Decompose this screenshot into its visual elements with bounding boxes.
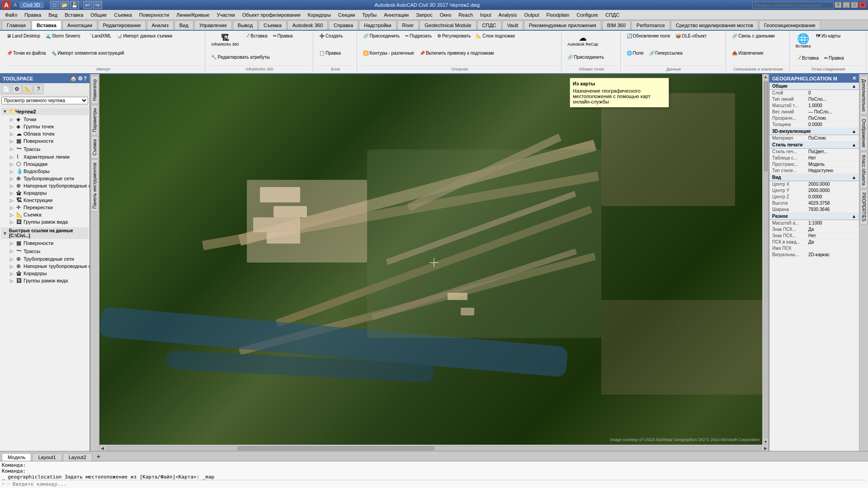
btn-infraworks[interactable]: 🏗 InfraWorks 360 xyxy=(209,33,241,48)
btn-attach-ref[interactable]: 🔗 Присоединить xyxy=(361,33,402,39)
add-layout-btn[interactable]: + xyxy=(93,452,104,461)
save-btn[interactable]: 💾 xyxy=(70,1,79,9)
tree-node-corridors[interactable]: ▷ 🛣 Коридоры xyxy=(8,189,89,197)
btn-ole[interactable]: 📦 OLE-объект xyxy=(673,33,709,39)
maximize-btn[interactable]: □ xyxy=(851,2,858,8)
scroll-right-btn[interactable]: ▶ xyxy=(763,446,769,451)
btn-points-from-file[interactable]: 📌 Точки из файла xyxy=(5,50,48,56)
tab-vstavka[interactable]: Вставка xyxy=(32,20,61,30)
menu-survey[interactable]: Съемка xyxy=(111,11,135,19)
tab-layout1[interactable]: Layout1 xyxy=(32,453,61,461)
close-btn[interactable]: ✕ xyxy=(859,2,866,8)
props-section-print[interactable]: Стиль печати ▲ xyxy=(769,141,859,149)
tree-node-point-clouds[interactable]: ▷ ☁ Облака точек xyxy=(8,130,89,137)
tab-glavnaya[interactable]: Главная xyxy=(2,20,31,30)
menu-file[interactable]: Файл xyxy=(2,11,20,19)
btn-snap-ref[interactable]: 📌 Включить привязку к подложкам xyxy=(417,50,496,56)
menu-profile[interactable]: Объект профилирования xyxy=(239,11,304,19)
minimize-btn[interactable]: _ xyxy=(843,2,850,8)
scroll-down-btn[interactable]: ▼ xyxy=(762,439,769,445)
menu-annotations[interactable]: Аннотации xyxy=(381,11,412,19)
vert-tab-съемка[interactable]: Съемка xyxy=(91,136,99,159)
tab-help[interactable]: Справка xyxy=(329,20,358,30)
btn-recap[interactable]: ☁ Autodesk ReCap xyxy=(565,33,600,48)
tree-node-surfaces[interactable]: ▷ ▦ Поверхности xyxy=(8,137,89,145)
tree-node-survey[interactable]: ▷ 📐 Съемка xyxy=(8,211,89,218)
btn-layers-ref[interactable]: 📐 Слои подложки xyxy=(474,33,517,39)
btn-edit-loc[interactable]: ✏ Правка xyxy=(822,55,846,61)
tab-geopos[interactable]: Геопозиционирование xyxy=(759,20,821,30)
tree-node-viewframes[interactable]: ▷ 🖼 Группы рамок вида xyxy=(8,218,89,225)
ql-viewframes[interactable]: ▷ 🖼 Группы рамок вида xyxy=(8,277,89,284)
btn-insert-loc[interactable]: 📝 Вставка xyxy=(793,55,821,61)
right-tab-additional[interactable]: Дополнительно xyxy=(860,76,868,115)
ts-icon-drawing[interactable]: 📄 xyxy=(1,84,11,94)
btn-import-survey[interactable]: 📊 Импорт данных съемки xyxy=(114,33,175,39)
tab-a360[interactable]: Autodesk 360 xyxy=(288,20,328,30)
menu-pipes[interactable]: Трубы xyxy=(359,11,380,19)
btn-update-field[interactable]: 🔄 Обновление поля xyxy=(624,33,673,39)
btn-from-map[interactable]: 🗺 Из карты xyxy=(814,33,843,39)
ts-home-btn[interactable]: 🏠 xyxy=(70,75,77,82)
right-tab-properties[interactable]: PROPERTIES xyxy=(860,189,868,225)
menu-general[interactable]: Общие xyxy=(87,11,110,19)
btn-stormsewers[interactable]: 🌊 Storm Sewers xyxy=(43,33,83,39)
tab-addins[interactable]: Надстройки xyxy=(359,20,396,30)
btn-edit-block[interactable]: 📋 Правка xyxy=(317,50,343,56)
search-input[interactable] xyxy=(752,2,834,9)
tree-root[interactable]: ▼ 📁 Чертеж2 xyxy=(1,108,89,115)
vert-tab-params[interactable]: Параметры xyxy=(91,105,99,135)
tab-river[interactable]: River xyxy=(397,20,419,30)
ql-corridors[interactable]: ▷ 🛣 Коридоры xyxy=(8,270,89,277)
menu-view[interactable]: Вид xyxy=(45,11,61,19)
btn-link-data[interactable]: 🔗 Связь с данными xyxy=(730,33,777,39)
right-tab-class[interactable]: Класс объекта xyxy=(860,152,868,188)
new-btn[interactable]: □ xyxy=(50,1,59,9)
menu-corridors[interactable]: Коридоры xyxy=(304,11,334,19)
drawing-canvas[interactable]: Image courtesy of USGS Earthstar Geograp… xyxy=(99,74,769,451)
menu-reach[interactable]: Reach xyxy=(455,11,476,19)
ql-alignments[interactable]: ▷ 〜 Трассы xyxy=(8,247,89,255)
menu-edit[interactable]: Правка xyxy=(21,11,44,19)
tab-съемка[interactable]: Съемка xyxy=(259,20,287,30)
btn-adjust-ref[interactable]: ⚙ Регулировать xyxy=(435,33,473,39)
h-scroll-thumb[interactable] xyxy=(238,446,434,450)
tab-performance[interactable]: Performance xyxy=(632,20,670,30)
btn-edit-iw[interactable]: ✏ Правка xyxy=(271,33,295,39)
ql-surfaces[interactable]: ▷ ▦ Поверхности xyxy=(8,239,89,247)
tab-recommended[interactable]: Рекомендуемые приложения xyxy=(524,20,601,30)
menu-parcels[interactable]: Участки xyxy=(213,11,238,19)
menu-sections[interactable]: Секции xyxy=(335,11,358,19)
ts-icon-survey[interactable]: 📐 xyxy=(23,84,33,94)
btn-landxml[interactable]: 📄 LandXML xyxy=(84,33,114,39)
vert-tab-navigator[interactable]: Навигатор xyxy=(91,76,99,104)
v-scroll-track[interactable] xyxy=(764,80,768,438)
tab-annotations[interactable]: Аннотации xyxy=(62,20,97,30)
tab-view[interactable]: Вид xyxy=(175,20,193,30)
tab-manage[interactable]: Управление xyxy=(194,20,232,30)
menu-insert[interactable]: Вставка xyxy=(61,11,86,19)
tab-bridges[interactable]: Средство моделирования мостов xyxy=(671,20,758,30)
tab-vault[interactable]: Vault xyxy=(502,20,523,30)
props-section-general[interactable]: Общие ▲ xyxy=(769,83,859,90)
undo-btn[interactable]: ↩ xyxy=(83,1,92,9)
menu-analysis[interactable]: Analysis xyxy=(495,11,520,19)
tree-node-catchments[interactable]: ▷ 💧 Водосборы xyxy=(8,168,89,175)
tree-node-points[interactable]: ▷ ◈ Точки xyxy=(8,116,89,123)
ts-help-btn[interactable]: ? xyxy=(84,75,87,82)
tree-node-structures[interactable]: ▷ 🏗 Конструкции xyxy=(8,197,89,204)
btn-set-location[interactable]: 🌐 Вставка xyxy=(793,33,813,50)
btn-attach-cloud[interactable]: 🔗 Присоединить xyxy=(565,54,606,61)
ts-icon-help[interactable]: ? xyxy=(33,84,43,94)
menu-floodplain[interactable]: Floodplain xyxy=(543,11,573,19)
ts-settings-btn[interactable]: ⚙ xyxy=(78,75,83,82)
tab-bim360[interactable]: BIM 360 xyxy=(602,20,631,30)
tree-node-feature-lines[interactable]: ▷ ⌇ Характерные линии xyxy=(8,153,89,160)
btn-create-block[interactable]: ➕ Создать xyxy=(317,33,345,39)
toolspace-dropdown[interactable]: Просмотр активного чертежа xyxy=(0,95,90,106)
props-section-view[interactable]: Вид ▲ xyxy=(769,174,859,181)
ts-icon-settings[interactable]: ⚙ xyxy=(12,84,22,94)
tree-node-alignments[interactable]: ▷ 〜 Трассы xyxy=(8,145,89,153)
scroll-left-btn[interactable]: ◀ xyxy=(99,446,105,451)
tab-spds[interactable]: СПДС xyxy=(477,20,501,30)
